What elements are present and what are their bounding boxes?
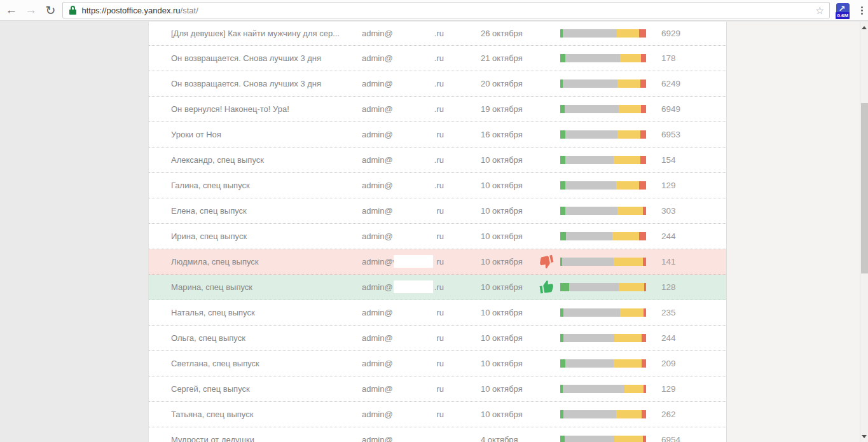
- table-row[interactable]: Елена, спец выпускadmin@ru10 октября303: [149, 198, 726, 224]
- send-date: 20 октября: [481, 79, 539, 88]
- browser-menu-button[interactable]: [857, 3, 868, 18]
- email-suffix: .ru: [434, 29, 444, 38]
- recipient-count: 6929: [661, 29, 680, 38]
- email-suffix: ru: [436, 257, 444, 266]
- campaign-subject: Он возвращается. Снова лучших 3 дня: [149, 79, 362, 88]
- bar-segment-gray: [565, 436, 614, 442]
- recipient-count: 303: [661, 206, 676, 216]
- back-button[interactable]: ←: [3, 1, 20, 19]
- sender-email: admin@vru: [362, 257, 444, 266]
- table-row[interactable]: Галина, спец выпускadmin@.ru10 октября12…: [149, 173, 726, 198]
- send-date: 10 октября: [481, 384, 539, 394]
- bookmark-star-icon[interactable]: ☆: [815, 5, 824, 17]
- email-suffix: .ru: [434, 79, 444, 88]
- delivery-stats-bar[interactable]: [560, 258, 646, 266]
- delivery-stats-bar[interactable]: [560, 79, 646, 88]
- table-row[interactable]: Он возвращается. Снова лучших 3 дняadmin…: [149, 46, 726, 71]
- table-row[interactable]: Уроки от Нояadmin@ru16 октября6953: [149, 122, 726, 148]
- bar-segment-yellow: [614, 359, 642, 368]
- scroll-up-arrow-icon[interactable]: [860, 23, 868, 32]
- delivery-stats-bar[interactable]: [560, 207, 646, 215]
- bar-segment-green: [560, 156, 565, 164]
- campaign-subject: Ирина, спец выпуск: [149, 231, 362, 241]
- send-date: 10 октября: [481, 206, 539, 216]
- sender-email: admin@.ru: [362, 181, 444, 190]
- bar-segment-red: [639, 29, 646, 38]
- bar-segment-yellow: [617, 79, 640, 88]
- thumb-placeholder: [539, 330, 560, 347]
- email-prefix: admin@: [362, 410, 393, 419]
- recipient-count: 235: [661, 308, 676, 317]
- recipient-count: 178: [661, 53, 676, 63]
- vertical-scrollbar[interactable]: [860, 22, 868, 442]
- extension-button[interactable]: ↗ 0.6M: [836, 3, 850, 18]
- recipient-count: 244: [661, 333, 676, 343]
- email-suffix: ru: [436, 206, 444, 216]
- table-row[interactable]: Людмила, спец выпускadmin@vru10 октября1…: [149, 249, 726, 275]
- campaign-subject: Уроки от Ноя: [149, 130, 362, 139]
- email-prefix: admin@: [362, 384, 393, 394]
- table-row[interactable]: Татьяна, спец выпускadmin@ru10 октября26…: [149, 402, 726, 427]
- delivery-stats-bar[interactable]: [560, 308, 646, 317]
- send-date: 10 октября: [481, 181, 539, 190]
- scroll-down-arrow-icon[interactable]: [860, 432, 868, 441]
- delivery-stats-bar[interactable]: [560, 29, 646, 38]
- scrollbar-thumb[interactable]: [861, 103, 868, 273]
- delivery-stats-bar[interactable]: [560, 105, 646, 113]
- url-text: https://postoffice.yandex.ru/stat/: [81, 6, 198, 15]
- recipient-count: 128: [661, 282, 676, 292]
- table-row[interactable]: Он возвращается. Снова лучших 3 дняadmin…: [149, 71, 726, 97]
- table-row[interactable]: Светлана, спец выпускadmin@ru10 октября2…: [149, 351, 726, 376]
- table-row[interactable]: Мудрости от дедушкиadmin@4 октября6954: [149, 427, 726, 442]
- delivery-stats-bar[interactable]: [560, 334, 646, 342]
- delivery-stats-bar[interactable]: [560, 410, 646, 418]
- email-suffix: .ru: [434, 282, 444, 292]
- delivery-stats-bar[interactable]: [560, 54, 646, 62]
- campaign-subject: Ольга, спец выпуск: [149, 333, 362, 343]
- recipient-count: 6949: [661, 104, 680, 114]
- forward-button[interactable]: →: [23, 1, 39, 19]
- sender-email: admin@: [362, 435, 444, 442]
- table-row[interactable]: Марина, спец выпускadmin@.ru10 октября12…: [149, 275, 726, 300]
- sender-email: admin@ru: [362, 130, 444, 139]
- campaign-subject: Марина, спец выпуск: [149, 282, 362, 292]
- thumb-placeholder: [539, 432, 560, 442]
- bar-segment-yellow: [624, 385, 644, 393]
- email-suffix: ru: [436, 130, 444, 139]
- send-date: 21 октября: [481, 53, 539, 63]
- send-date: 26 октября: [481, 29, 539, 38]
- delivery-stats-bar[interactable]: [560, 156, 646, 164]
- email-suffix: ru: [436, 308, 444, 317]
- send-date: 16 октября: [481, 130, 539, 139]
- table-row[interactable]: Александр, спец выпускadmin@.ru10 октябр…: [149, 148, 726, 173]
- table-row[interactable]: Ольга, спец выпускadmin@ru10 октября244: [149, 326, 726, 351]
- delivery-stats-bar[interactable]: [560, 385, 646, 393]
- thumb-placeholder: [539, 356, 560, 372]
- delivery-stats-bar[interactable]: [560, 181, 646, 190]
- bar-segment-red: [641, 105, 646, 113]
- delivery-stats-bar[interactable]: [560, 232, 646, 240]
- campaign-subject: Галина, спец выпуск: [149, 181, 362, 190]
- reload-button[interactable]: ↻: [43, 1, 59, 19]
- email-suffix: .ru: [434, 155, 444, 165]
- table-row[interactable]: [Для девушек] Как найти мужчину для сер.…: [149, 22, 726, 46]
- extension-badge: 0.6M: [836, 12, 850, 19]
- table-row[interactable]: Он вернулся! Наконец-то! Ура!admin@.ru19…: [149, 97, 726, 122]
- bar-segment-gray: [569, 283, 619, 291]
- table-row[interactable]: Наталья, спец выпускadmin@ru10 октября23…: [149, 300, 726, 326]
- thumb-placeholder: [539, 76, 560, 92]
- bar-segment-gray: [565, 156, 614, 164]
- thumb-placeholder: [539, 177, 560, 194]
- address-bar[interactable]: https://postoffice.yandex.ru/stat/ ☆: [62, 2, 830, 18]
- delivery-stats-bar[interactable]: [560, 359, 646, 368]
- table-row[interactable]: Сергей, спец выпускadmin@ru10 октября129: [149, 376, 726, 402]
- thumb-placeholder: [539, 228, 560, 245]
- bar-segment-gray: [565, 105, 619, 113]
- delivery-stats-bar[interactable]: [560, 283, 646, 291]
- table-row[interactable]: Ирина, спец выпускadmin@ru10 октября244: [149, 224, 726, 249]
- bar-segment-gray: [562, 258, 614, 266]
- delivery-stats-bar[interactable]: [560, 436, 646, 442]
- delivery-stats-bar[interactable]: [560, 130, 646, 139]
- bar-segment-gray: [565, 359, 614, 368]
- bar-segment-red: [643, 258, 646, 266]
